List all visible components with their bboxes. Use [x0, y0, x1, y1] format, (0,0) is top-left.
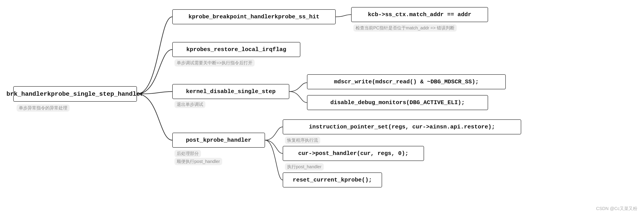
n4-2-label: cur->post_handler(cur, regs, 0);	[298, 150, 408, 157]
n2-sublabel: 单步调试需要关中断=>执行指令后打开	[174, 59, 255, 67]
n2-node: kprobes_restore_local_irqflag	[172, 42, 300, 57]
n3-2-label: disable_debug_monitors(DBG_ACTIVE_ELI);	[330, 99, 465, 106]
n3-node: kernel_disable_single_step	[172, 84, 289, 99]
n1-1-label: kcb->ss_ctx.match_addr == addr	[368, 11, 471, 18]
n4-2-node: cur->post_handler(cur, regs, 0);	[283, 146, 424, 161]
n1-node: kprobe_breakpoint_handlerkprobe_ss_hit	[172, 9, 336, 24]
n4-label: post_kprobe_handler	[186, 137, 251, 143]
mindmap-container: brk_handlerkprobe_single_step_handler 单步…	[0, 0, 644, 216]
n1-label: kprobe_breakpoint_handlerkprobe_ss_hit	[188, 14, 320, 20]
n4-1-label: instruction_pointer_set(regs, cur->ainsn…	[309, 124, 495, 130]
n3-sublabel: 退出单步调试	[174, 101, 206, 108]
n4-sublabel1: 后处理部分	[174, 150, 201, 157]
n4-sublabel2: 顺便执行post_handler	[174, 158, 222, 165]
n4-1-sublabel: 恢复程序执行流	[285, 137, 320, 144]
n4-node: post_kprobe_handler	[172, 133, 265, 148]
n3-1-node: mdscr_write(mdscr_read() & ~DBG_MDSCR_SS…	[307, 74, 506, 89]
n2-label: kprobes_restore_local_irqflag	[186, 46, 286, 53]
n3-1-label: mdscr_write(mdscr_read() & ~DBG_MDSCR_SS…	[334, 79, 478, 85]
n4-1-node: instruction_pointer_set(regs, cur->ainsn…	[283, 119, 521, 134]
n1-1-sublabel: 检查当前PC指针是否位于match_addr => 错误判断	[353, 24, 457, 32]
watermark: CSDN @Cc又菜又粉	[596, 205, 637, 211]
n3-label: kernel_disable_single_step	[186, 88, 276, 95]
n4-2-sublabel: 执行post_handler	[285, 163, 324, 170]
root-label: brk_handlerkprobe_single_step_handler	[6, 91, 144, 98]
n4-3-node: reset_current_kprobe();	[283, 172, 382, 187]
root-sublabel: 单步异常指令的异常处理	[16, 104, 70, 112]
root-node: brk_handlerkprobe_single_step_handler	[13, 86, 137, 102]
n4-3-label: reset_current_kprobe();	[293, 177, 372, 183]
n1-1-node: kcb->ss_ctx.match_addr == addr	[351, 7, 488, 22]
n3-2-node: disable_debug_monitors(DBG_ACTIVE_ELI);	[307, 95, 488, 110]
